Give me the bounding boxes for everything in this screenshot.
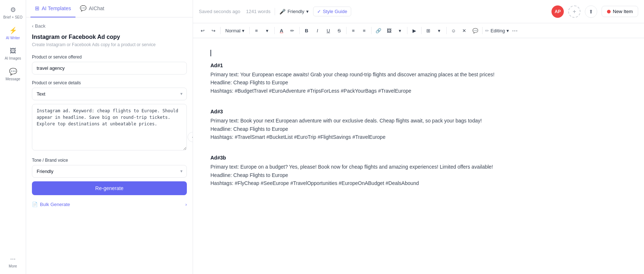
new-item-button[interactable]: New Item: [602, 6, 638, 17]
toolbar-sep-7: [407, 27, 407, 34]
editor-content[interactable]: Ad#1 Primary text: Your European escape …: [193, 38, 644, 274]
back-chevron-icon: ‹: [32, 23, 33, 29]
more-icon: ···: [10, 255, 16, 263]
clear-format-icon: ✕: [462, 28, 466, 33]
ad-2-headline: Headline: Cheap Flights to Europe: [210, 125, 627, 133]
tone-select-wrapper: FriendlyProfessionalCasualWitty ▾: [32, 165, 187, 178]
align-dropdown-icon: ▾: [266, 28, 268, 33]
image-button[interactable]: 🖼: [384, 25, 394, 36]
ad-3-hashtags: Hashtags: #FlyCheap #SeeEurope #TravelOp…: [210, 179, 627, 187]
sidebar-item-ai-images[interactable]: 🖼 AI Images: [1, 44, 25, 63]
link-button[interactable]: 🔗: [373, 25, 383, 36]
table-button[interactable]: ⊞: [423, 25, 434, 36]
style-guide-button[interactable]: ✓ Style Guide: [313, 7, 351, 16]
grid-icon: ⚙: [10, 6, 16, 14]
bullet-icon: ≡: [352, 28, 355, 33]
undo-button[interactable]: ↩: [197, 25, 208, 36]
image-dropdown-button[interactable]: ▾: [395, 25, 405, 36]
sidebar-item-ai-writer[interactable]: ⚡ AI Writer: [1, 24, 25, 43]
word-count: 1241 words: [246, 9, 270, 14]
sidebar-item-more[interactable]: ··· More: [1, 252, 25, 271]
toolbar-sep-9: [446, 27, 447, 34]
toolbar-more-button[interactable]: ⋯: [510, 25, 520, 36]
details-textarea-wrapper: [32, 104, 187, 152]
side-panel: ⊞ AI Templates 💬 AIChat ‹ ‹ Back Instagr…: [26, 0, 193, 274]
redo-button[interactable]: ↪: [208, 25, 218, 36]
bulk-generate-chevron-icon: ›: [185, 202, 187, 207]
strikethrough-button[interactable]: S: [334, 25, 344, 36]
numbered-list-button[interactable]: ≡: [359, 25, 369, 36]
comment-button[interactable]: 💬: [470, 25, 480, 36]
editor-toolbar: ↩ ↪ Normal ▾ ≡ ▾ A ✏ B I U: [193, 23, 644, 38]
ad-3-primary-text: Primary text: Europe on a budget? Yes, p…: [210, 163, 627, 171]
ad-block-1: Ad#1 Primary text: Your European escape …: [210, 63, 627, 95]
table-icon: ⊞: [426, 28, 430, 33]
panel-title: Instagram or Facebook Ad copy: [32, 34, 187, 40]
text-color-button[interactable]: A: [276, 25, 287, 36]
highlight-button[interactable]: ✏: [287, 25, 298, 36]
bulk-generate-link[interactable]: 📄 Bulk Generate ›: [32, 200, 187, 209]
tab-aichat[interactable]: 💬 AIChat: [75, 0, 109, 17]
lightning-icon: ⚡: [9, 27, 17, 35]
sidebar-item-brief-seo[interactable]: ⚙ Brief + SEO: [1, 3, 25, 22]
toolbar-sep-5: [346, 27, 346, 34]
editing-dropdown-button[interactable]: ▾: [506, 25, 509, 36]
share-button[interactable]: ⬆: [585, 5, 597, 18]
tab-ai-templates[interactable]: ⊞ AI Templates: [30, 0, 75, 17]
numbered-icon: ≡: [363, 28, 366, 33]
tone-dropdown-icon: ▾: [306, 9, 309, 14]
product-label: Product or service offered: [32, 55, 187, 60]
bullet-list-button[interactable]: ≡: [348, 25, 358, 36]
ad-2-hashtags: Hashtags: #TravelSmart #BucketList #Euro…: [210, 133, 627, 141]
toolbar-sep-10: [482, 27, 483, 34]
comment-icon: 💬: [472, 28, 478, 33]
image-icon: 🖼: [10, 47, 16, 55]
italic-button[interactable]: I: [312, 25, 323, 36]
play-button[interactable]: ▶: [409, 25, 419, 36]
bold-icon: B: [305, 28, 308, 33]
toolbar-sep-6: [371, 27, 372, 34]
strikethrough-icon: S: [338, 28, 341, 33]
align-button[interactable]: ≡: [251, 25, 262, 36]
ad-1-primary-text: Primary text: Your European escape await…: [210, 70, 627, 78]
align-dropdown-button[interactable]: ▾: [262, 25, 272, 36]
toolbar-sep-4: [299, 27, 300, 34]
sidebar-item-message[interactable]: 💬 Message: [1, 65, 25, 84]
topbar-divider: [275, 8, 275, 15]
more-options-icon: ⋯: [512, 27, 518, 34]
highlight-icon: ✏: [290, 28, 294, 33]
details-textarea[interactable]: [32, 104, 187, 150]
product-input[interactable]: [32, 62, 187, 74]
panel-tabs: ⊞ AI Templates 💬 AIChat: [26, 0, 193, 17]
clear-format-button[interactable]: ✕: [459, 25, 469, 36]
back-link[interactable]: ‹ Back: [32, 23, 187, 29]
toolbar-sep-8: [421, 27, 422, 34]
table-dropdown-button[interactable]: ▾: [434, 25, 444, 36]
toolbar-sep-1: [220, 27, 221, 34]
ad-1-label: Ad#1: [210, 63, 627, 68]
play-icon: ▶: [413, 28, 416, 33]
align-icon: ≡: [255, 28, 258, 33]
regenerate-button[interactable]: Re-generate: [32, 181, 187, 195]
tone-label: Tone / Brand voice: [32, 158, 187, 163]
ad-1-hashtags: Hashtags: #BudgetTravel #EuroAdventure #…: [210, 87, 627, 95]
panel-content: ‹ Back Instagram or Facebook Ad copy Cre…: [26, 17, 193, 274]
image-dropdown-icon: ▾: [399, 28, 401, 33]
bold-button[interactable]: B: [302, 25, 312, 36]
details-select[interactable]: TextURLUpload: [32, 88, 187, 100]
underline-button[interactable]: U: [323, 25, 333, 36]
ad-block-2: Ad#3 Primary text: Book your next Europe…: [210, 109, 627, 141]
style-dropdown-icon: ▾: [242, 28, 245, 33]
emoji-icon: ☺: [451, 28, 456, 33]
tone-select[interactable]: FriendlyProfessionalCasualWitty: [32, 165, 187, 178]
image-toolbar-icon: 🖼: [387, 28, 391, 33]
text-style-dropdown[interactable]: Normal ▾: [222, 27, 247, 35]
toolbar-sep-2: [249, 27, 250, 34]
ad-block-3: Ad#3b Primary text: Europe on a budget? …: [210, 155, 627, 187]
add-collaborator-button[interactable]: +: [568, 5, 581, 18]
tone-selector[interactable]: 🎤 Friendly ▾: [279, 9, 308, 15]
emoji-button[interactable]: ☺: [448, 25, 459, 36]
panel-subtitle: Create Instagram or Facebook Ads copy fo…: [32, 42, 187, 48]
avatar: AP: [551, 5, 564, 18]
microphone-icon: 🎤: [279, 9, 286, 15]
